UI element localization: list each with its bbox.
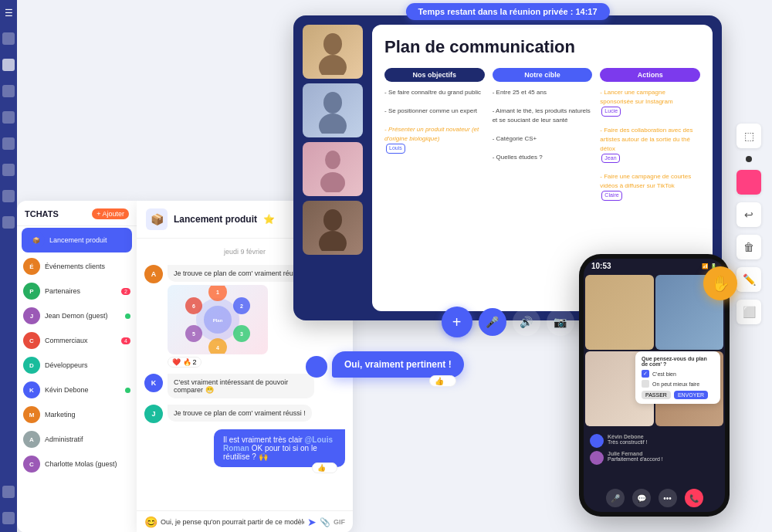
chat-item-charlotte[interactable]: C Charlotte Molas (guest)	[17, 452, 137, 476]
svg-text:5: 5	[192, 331, 195, 337]
right-toolbar: ⬚ ↩ 🗑 ✏️ ⬜	[735, 124, 763, 324]
svg-point-19	[325, 151, 340, 169]
phone-chat-text-kevin: Très constructif !	[608, 439, 647, 445]
sidebar-icon-tasks[interactable]	[2, 111, 15, 124]
timer-badge: Temps restant dans la réunion privée : 1…	[405, 3, 609, 20]
phone-mic-button[interactable]: 🎤	[606, 489, 625, 507]
chat-item-jean[interactable]: J Jean Demon (guest)	[17, 303, 137, 328]
crop-tool-button[interactable]: ⬜	[736, 300, 761, 324]
chat-item-commerciaux[interactable]: C Commerciaux 4	[17, 328, 137, 353]
phone-video-grid	[584, 273, 725, 428]
chat-item-name: Jean Demon (guest)	[45, 312, 108, 320]
chat-item-admin[interactable]: A Administratif	[17, 427, 137, 452]
table-row: Il est vraiment très clair @Louis Roman …	[144, 429, 345, 467]
chat-item-name: Lancement produit	[49, 236, 107, 244]
chat-item-kevin[interactable]: K Kévin Debone	[17, 378, 137, 402]
svg-point-16	[319, 55, 347, 75]
send-button[interactable]: ➤	[307, 516, 317, 528]
speaker-button[interactable]: 🔊	[513, 308, 540, 336]
sidebar-icon-calendar[interactable]	[2, 85, 15, 97]
participant-thumb-1	[303, 25, 363, 79]
color-tool-button[interactable]	[736, 170, 761, 195]
attach-button[interactable]: 📎	[320, 517, 330, 527]
sidebar-icon-chat[interactable]	[2, 59, 15, 71]
plan-col-objectifs: Nos objectifs - Se faire connaître du gr…	[384, 68, 485, 201]
add-participant-button[interactable]: +	[442, 307, 472, 337]
phone-vid-cell-1	[585, 275, 654, 350]
sidebar-icon-help[interactable]	[2, 512, 15, 524]
sidebar-icon-contacts[interactable]	[2, 164, 15, 176]
avatar-commerciaux: C	[23, 332, 40, 349]
svg-point-22	[319, 231, 347, 251]
phone-chat-content-julie: Julie Fernand Parfaitement d'accord !	[608, 451, 663, 462]
reaction-thumb: 👍 3	[312, 463, 337, 473]
star-icon: ⭐	[263, 214, 275, 225]
message-bubble: Je trouve ce plan de com' vraiment réuss…	[168, 265, 312, 282]
chat-item-dev[interactable]: D Développeurs	[17, 353, 137, 378]
avatar-charlotte: C	[23, 456, 40, 473]
poll-option-1: ✓ C'est bien	[642, 370, 714, 378]
phone-avatar-kevin	[590, 434, 604, 448]
undo-tool-button[interactable]: ↩	[736, 202, 761, 227]
chat-item-name: Administratif	[45, 435, 83, 443]
phone-chat-name-kevin: Kévin Debone	[608, 434, 647, 439]
phone-avatar-julie	[590, 451, 604, 465]
poll-send-button[interactable]: ENVOYER	[674, 391, 708, 399]
sidebar-icon-settings[interactable]	[2, 486, 15, 498]
add-chat-button[interactable]: + Ajouter	[92, 208, 129, 219]
sidebar-icon-groups[interactable]	[2, 190, 15, 202]
sidebar-icon-files[interactable]	[2, 137, 15, 150]
float-message-bubble: Oui, vraiment pertinent ! 👍 3	[332, 351, 464, 378]
reaction-heart[interactable]: ❤️ 🔥 2	[168, 357, 201, 368]
mic-button[interactable]: 🎤	[479, 308, 506, 336]
poll-question: Que pensez-vous du plan de com' ?	[642, 356, 714, 367]
col-content-cible: - Entre 25 et 45 ans - Aimant le thé, le…	[493, 88, 593, 162]
plan-col-cible: Notre cible - Entre 25 et 45 ans - Aiman…	[493, 68, 593, 201]
emoji-button[interactable]: 😊	[144, 516, 157, 528]
sidebar-icon-collapse[interactable]: ☰	[5, 8, 13, 19]
chat-item-name: Partenaires	[45, 287, 80, 295]
camera-button[interactable]: 📷	[547, 308, 574, 336]
sidebar-icon-admin[interactable]	[2, 216, 15, 229]
video-participants	[303, 25, 364, 311]
avatar-marketing: M	[23, 406, 40, 423]
phone-more-button[interactable]: •••	[659, 489, 677, 507]
gif-button[interactable]: GIF	[334, 518, 345, 526]
participant-thumb-3	[303, 142, 363, 196]
sidebar: ☰	[0, 0, 17, 532]
chat-item-marketing[interactable]: M Marketing	[17, 402, 137, 427]
poll-check-2	[642, 380, 649, 388]
avatar-lancement: 📦	[28, 232, 45, 249]
float-bubble-avatar	[306, 356, 327, 378]
phone-chat-content-kevin: Kévin Debone Très constructif !	[608, 434, 647, 445]
float-bubble-text: Oui, vraiment pertinent !	[344, 359, 452, 370]
badge-partenaires: 2	[121, 288, 130, 295]
online-indicator-kevin	[125, 388, 130, 393]
phone-end-call-button[interactable]: 📞	[685, 489, 703, 507]
poll-pass-button[interactable]: PASSER	[642, 391, 671, 399]
phone-chat-text-julie: Parfaitement d'accord !	[608, 456, 663, 462]
poll-buttons: PASSER ENVOYER	[642, 391, 714, 399]
avatar: A	[144, 265, 163, 283]
avatar: J	[144, 405, 163, 423]
hand-raise-button[interactable]: ✋	[703, 266, 737, 300]
svg-text:1: 1	[216, 290, 219, 295]
phone-chat-button[interactable]: 💬	[632, 489, 651, 507]
chat-input[interactable]	[161, 518, 304, 526]
avatar-dev: D	[23, 357, 40, 374]
delete-tool-button[interactable]: 🗑	[736, 235, 761, 259]
chat-item-lancement[interactable]: 📦 Lancement produit	[22, 228, 132, 252]
select-tool-button[interactable]: ⬚	[736, 124, 761, 148]
draw-tool-button[interactable]: ✏️	[736, 267, 761, 292]
chat-item-evenements[interactable]: É Événements clients	[17, 254, 137, 279]
col-content-actions: - Lancer une campagne sponsorisée sur In…	[600, 88, 700, 201]
chat-channel-icon: 📦	[146, 208, 168, 230]
participant-thumb-4	[303, 201, 363, 255]
sidebar-icon-home[interactable]	[2, 32, 15, 45]
float-bubble-reaction: 👍 3	[429, 375, 455, 387]
chat-item-partenaires[interactable]: P Partenaires 2	[17, 279, 137, 303]
avatar-kevin: K	[23, 381, 40, 398]
video-controls: + 🎤 🔊 📷	[442, 307, 574, 337]
tag-jean: Jean	[601, 154, 619, 164]
avatar-jean: J	[23, 307, 40, 324]
